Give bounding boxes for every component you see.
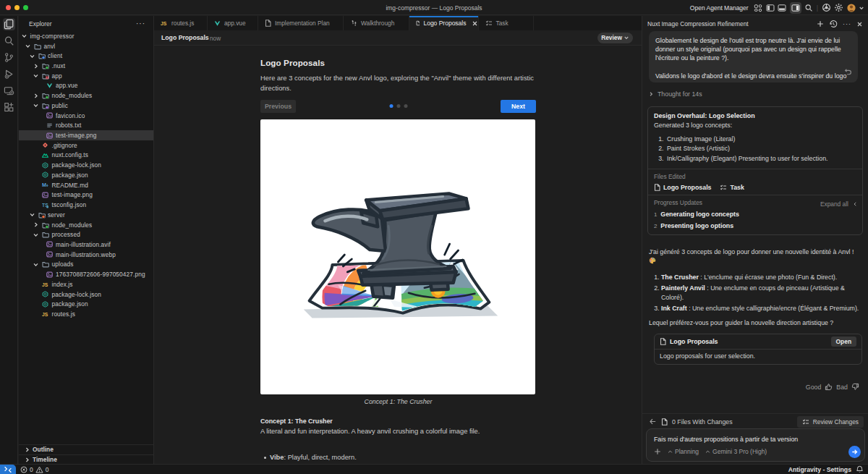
- svg-text:JS: JS: [42, 312, 48, 317]
- svg-text:JS: JS: [42, 282, 48, 287]
- svg-text:M: M: [42, 182, 46, 188]
- svg-text:JS: JS: [161, 21, 167, 26]
